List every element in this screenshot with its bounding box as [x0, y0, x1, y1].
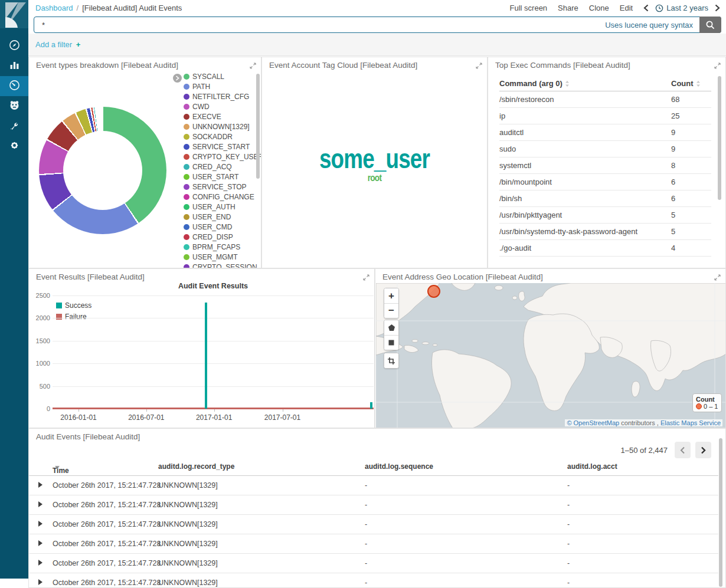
exec-command-cell: ./go-audit: [499, 244, 671, 252]
legend-item[interactable]: USER_CMD: [184, 222, 254, 232]
tag-word-root[interactable]: root: [284, 173, 465, 183]
legend-item[interactable]: SERVICE_START: [184, 142, 254, 152]
top-nav: Dashboard / [Filebeat Auditd] Audit Even…: [28, 0, 726, 16]
gridline: [53, 363, 374, 364]
next-page-button[interactable]: [695, 442, 711, 458]
legend-swatch: [184, 74, 189, 80]
world-map[interactable]: + − Count 0 – 1 © OpenStreetMap contribu…: [376, 283, 726, 428]
time-range[interactable]: Last 2 years: [655, 4, 708, 12]
sidebar-item-discover[interactable]: [0, 36, 28, 56]
zoom-out-button[interactable]: −: [384, 303, 398, 318]
sidebar-item-dev-tools[interactable]: [0, 116, 28, 136]
legend-item[interactable]: EXECVE: [184, 111, 254, 121]
chart-title: Audit Event Results: [53, 282, 374, 290]
menu-clone[interactable]: Clone: [589, 4, 609, 12]
audit-sequence-cell: -: [365, 481, 367, 490]
legend-item[interactable]: CRYPTO_SESSION: [184, 262, 254, 268]
legend-swatch: [184, 154, 189, 160]
y-axis-label: 1000: [30, 360, 50, 367]
chart-legend-item[interactable]: Success: [56, 300, 91, 311]
legend-item[interactable]: SOCKADDR: [184, 132, 254, 142]
sidebar-item-visualize[interactable]: [0, 56, 28, 76]
chart-legend-item[interactable]: Failure: [56, 311, 91, 322]
openstreetmap-link[interactable]: © OpenStreetMap: [567, 419, 619, 426]
expand-panel-icon[interactable]: [714, 63, 721, 69]
sidebar-item-timelion[interactable]: [0, 96, 28, 116]
legend-swatch: [184, 124, 189, 130]
expand-caret-icon[interactable]: [38, 540, 42, 548]
expand-caret-icon[interactable]: [38, 501, 42, 509]
time-back-button[interactable]: [643, 4, 649, 12]
legend-item[interactable]: CWD: [184, 101, 254, 111]
legend-label: CRED_DISP: [192, 233, 233, 241]
breadcrumb-dashboard-link[interactable]: Dashboard: [35, 4, 73, 12]
legend-item[interactable]: USER_AUTH: [184, 202, 254, 212]
audit-acct-cell: -: [567, 579, 570, 587]
expand-caret-icon[interactable]: [38, 559, 42, 567]
expand-panel-icon[interactable]: [250, 63, 256, 69]
crop-icon[interactable]: [384, 353, 398, 368]
legend-item[interactable]: CRYPTO_KEY_USER: [184, 152, 254, 162]
kibana-logo[interactable]: [0, 0, 28, 28]
legend-item[interactable]: PATH: [184, 81, 254, 91]
exec-command-cell: systemctl: [499, 161, 671, 170]
legend-label: SERVICE_START: [192, 143, 250, 151]
legend-item[interactable]: CRED_ACQ: [184, 162, 254, 172]
search-input[interactable]: *: [34, 21, 605, 29]
legend-item[interactable]: SYSCALL: [184, 71, 254, 81]
gridline: [53, 386, 374, 387]
zoom-in-button[interactable]: +: [384, 288, 398, 303]
expand-panel-icon[interactable]: [363, 274, 369, 281]
legend-item[interactable]: USER_END: [184, 212, 254, 222]
legend-toggle-button[interactable]: [173, 74, 182, 83]
success-bar[interactable]: [370, 402, 372, 409]
lucene-syntax-link[interactable]: Uses lucene query syntax: [605, 21, 699, 29]
draw-rectangle-button[interactable]: [384, 335, 398, 350]
exec-count-cell: 68: [671, 95, 711, 104]
menu-edit[interactable]: Edit: [620, 4, 633, 12]
exec-count-header[interactable]: Count: [671, 79, 711, 88]
expand-panel-icon[interactable]: [476, 63, 482, 69]
donut-chart[interactable]: [39, 107, 166, 234]
prev-page-button[interactable]: [675, 442, 691, 458]
expand-panel-icon[interactable]: [714, 274, 721, 281]
legend-label: SYSCALL: [192, 73, 224, 81]
legend-swatch: [56, 303, 62, 308]
legend-item[interactable]: NETFILTER_CFG: [184, 91, 254, 101]
menu-full-screen[interactable]: Full screen: [510, 4, 548, 12]
time-range-label[interactable]: Last 2 years: [666, 4, 708, 12]
exec-command-header[interactable]: Command (arg 0): [499, 79, 671, 88]
column-header-acct[interactable]: auditd.log.acct: [567, 462, 617, 471]
expand-caret-icon[interactable]: [38, 520, 42, 528]
column-header-time[interactable]: Time: [53, 462, 60, 471]
legend-item[interactable]: UNKNOWN[1329]: [184, 121, 254, 132]
add-filter-plus-icon: +: [76, 40, 81, 49]
exec-scrollbar[interactable]: [718, 76, 721, 200]
legend-item[interactable]: SERVICE_STOP: [184, 182, 254, 192]
column-header-record-type[interactable]: auditd.log.record_type: [158, 462, 234, 471]
sidebar-item-dashboard[interactable]: [0, 76, 28, 96]
legend-item[interactable]: CRED_DISP: [184, 232, 254, 242]
sidebar-item-management[interactable]: [0, 136, 28, 156]
breadcrumb-separator: /: [77, 4, 79, 12]
draw-polygon-button[interactable]: [384, 320, 398, 335]
success-bar[interactable]: [205, 303, 207, 409]
legend-item[interactable]: BPRM_FCAPS: [184, 242, 254, 252]
legend-item[interactable]: USER_MGMT: [184, 252, 254, 262]
audit-scrollbar[interactable]: [719, 438, 722, 587]
elastic-maps-link[interactable]: Elastic Maps Service: [660, 419, 721, 426]
legend-item[interactable]: USER_START: [184, 172, 254, 182]
search-button[interactable]: [699, 17, 721, 33]
tag-word-some_user[interactable]: some_user: [284, 144, 465, 173]
column-header-sequence[interactable]: auditd.log.sequence: [365, 462, 433, 471]
menu-share[interactable]: Share: [558, 4, 578, 12]
legend-scrollbar[interactable]: [256, 74, 260, 179]
time-forward-button[interactable]: [715, 4, 720, 12]
expand-caret-icon[interactable]: [38, 579, 42, 587]
audit-acct-cell: -: [567, 501, 570, 509]
exec-command-cell: /sbin/restorecon: [499, 95, 671, 104]
add-filter-link[interactable]: Add a filter +: [35, 40, 80, 49]
legend-item[interactable]: CONFIG_CHANGE: [184, 192, 254, 202]
expand-caret-icon[interactable]: [38, 481, 42, 490]
panel-geo-location: Event Address Geo Location [Filebeat Aud…: [375, 268, 726, 428]
